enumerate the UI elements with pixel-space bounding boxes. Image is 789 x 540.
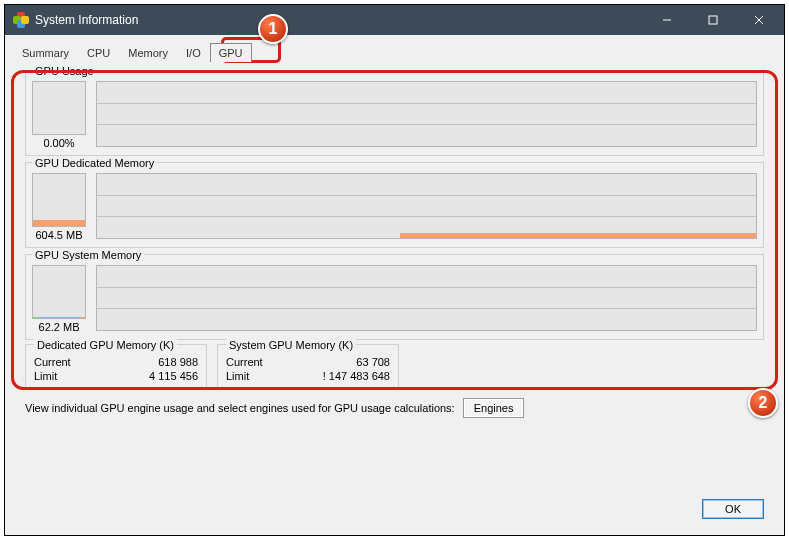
- dedicated-gauge: [32, 173, 86, 227]
- tab-summary[interactable]: Summary: [13, 43, 78, 62]
- group-title-dedicated: GPU Dedicated Memory: [32, 157, 157, 169]
- stat-system: System GPU Memory (K) Current 63 708 Lim…: [217, 344, 399, 390]
- usage-value: 0.00%: [32, 137, 86, 149]
- system-gauge: [32, 265, 86, 319]
- tab-memory[interactable]: Memory: [119, 43, 177, 62]
- label-current: Current: [226, 355, 284, 369]
- value-dedicated-limit: 4 115 456: [104, 369, 198, 383]
- app-icon: [13, 12, 29, 28]
- ok-button[interactable]: OK: [702, 499, 764, 519]
- window-title: System Information: [35, 13, 644, 27]
- group-title-system: GPU System Memory: [32, 249, 144, 261]
- stat-dedicated-title: Dedicated GPU Memory (K): [34, 339, 177, 351]
- tab-cpu[interactable]: CPU: [78, 43, 119, 62]
- title-bar: System Information: [5, 5, 784, 35]
- group-gpu-dedicated: GPU Dedicated Memory 604.5 MB: [25, 162, 764, 248]
- engines-button[interactable]: Engines: [463, 398, 525, 418]
- table-row: Current 618 988: [34, 355, 198, 369]
- system-value: 62.2 MB: [32, 321, 86, 333]
- tab-io[interactable]: I/O: [177, 43, 210, 62]
- tab-strip: Summary CPU Memory I/O GPU: [5, 35, 784, 62]
- engines-description: View individual GPU engine usage and sel…: [25, 402, 455, 414]
- group-gpu-system: GPU System Memory 62.2 MB: [25, 254, 764, 340]
- tab-content: GPU Usage 0.00% GPU Dedicated: [13, 62, 776, 527]
- value-system-limit: ! 147 483 648: [284, 369, 390, 383]
- usage-gauge: [32, 81, 86, 135]
- label-limit: Limit: [226, 369, 284, 383]
- maximize-button[interactable]: [690, 5, 736, 35]
- minimize-button[interactable]: [644, 5, 690, 35]
- label-limit: Limit: [34, 369, 104, 383]
- table-row: Limit ! 147 483 648: [226, 369, 390, 383]
- annotation-badge-1: 1: [258, 14, 288, 44]
- label-current: Current: [34, 355, 104, 369]
- stat-dedicated: Dedicated GPU Memory (K) Current 618 988…: [25, 344, 207, 390]
- group-title-usage: GPU Usage: [32, 65, 97, 77]
- table-row: Current 63 708: [226, 355, 390, 369]
- value-dedicated-current: 618 988: [104, 355, 198, 369]
- tab-gpu[interactable]: GPU: [210, 43, 252, 62]
- table-row: Limit 4 115 456: [34, 369, 198, 383]
- dedicated-value: 604.5 MB: [32, 229, 86, 241]
- svg-rect-1: [709, 16, 717, 24]
- usage-history-graph: [96, 81, 757, 147]
- annotation-badge-2: 2: [748, 388, 778, 418]
- group-gpu-usage: GPU Usage 0.00%: [25, 70, 764, 156]
- close-button[interactable]: [736, 5, 782, 35]
- dedicated-history-graph: [96, 173, 757, 239]
- stat-system-title: System GPU Memory (K): [226, 339, 356, 351]
- value-system-current: 63 708: [284, 355, 390, 369]
- system-history-graph: [96, 265, 757, 331]
